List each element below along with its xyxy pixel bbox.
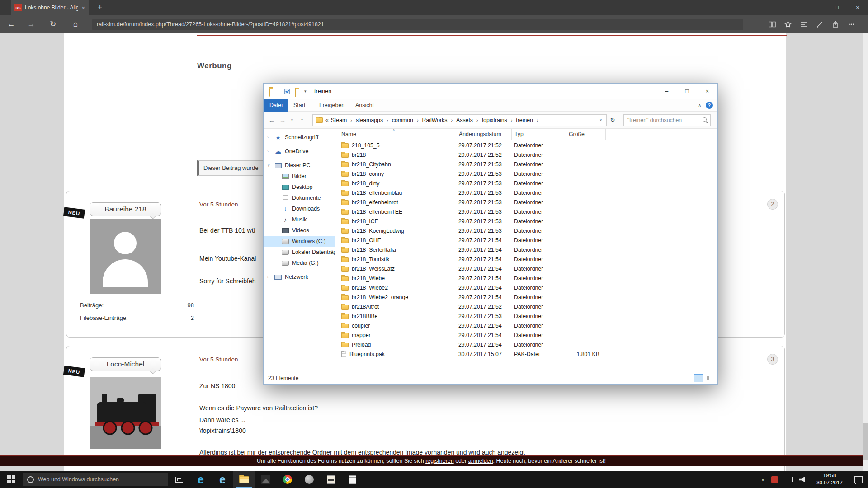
explorer-back-button[interactable]: ← bbox=[266, 112, 277, 129]
file-row[interactable]: 218_105_5 29.07.2017 21:52 Dateiordner bbox=[335, 141, 717, 150]
tab-start[interactable]: Start bbox=[293, 99, 305, 112]
avatar[interactable] bbox=[90, 219, 161, 294]
taskbar-search-input[interactable]: Web und Windows durchsuchen bbox=[23, 473, 168, 486]
address-bar[interactable]: rail-sim.de/forum/index.php/Thread/27265… bbox=[92, 19, 743, 30]
file-row[interactable]: br218_SerferItalia 29.07.2017 21:54 Date… bbox=[335, 245, 717, 254]
back-button[interactable]: ← bbox=[4, 15, 19, 33]
expand-chevron-icon[interactable]: › bbox=[267, 149, 274, 154]
new-tab-button[interactable]: + bbox=[93, 0, 107, 15]
file-row[interactable]: br218Altrot 29.07.2017 21:52 Dateiordner bbox=[335, 302, 717, 311]
file-row[interactable]: br218 29.07.2017 21:52 Dateiordner bbox=[335, 150, 717, 160]
file-row[interactable]: br218_elfenbeinrot 29.07.2017 21:53 Date… bbox=[335, 197, 717, 207]
browser-maximize-button[interactable]: □ bbox=[826, 0, 847, 15]
file-row[interactable]: br218_elfenbeinblau 29.07.2017 21:53 Dat… bbox=[335, 188, 717, 197]
file-row[interactable]: br218_dirty 29.07.2017 21:53 Dateiordner bbox=[335, 178, 717, 188]
file-row[interactable]: br218_elfenbeinTEE 29.07.2017 21:53 Date… bbox=[335, 207, 717, 216]
register-link[interactable]: registrieren bbox=[425, 458, 454, 464]
quick-access-new-folder-icon[interactable] bbox=[295, 89, 296, 97]
file-row[interactable]: mapper 29.07.2017 21:54 Dateiordner bbox=[335, 330, 717, 340]
help-icon[interactable]: ? bbox=[706, 102, 713, 109]
explorer-refresh-icon[interactable]: ↻ bbox=[607, 114, 618, 126]
login-link[interactable]: anmelden bbox=[468, 458, 493, 464]
file-row[interactable]: br218_conny 29.07.2017 21:53 Dateiordner bbox=[335, 169, 717, 178]
browser-tab[interactable]: RS Loks ohne Bilder - Allge × bbox=[11, 0, 89, 15]
nav-pane-item[interactable]: Videos bbox=[264, 225, 335, 236]
file-row[interactable]: br218_Citybahn 29.07.2017 21:53 Dateiord… bbox=[335, 160, 717, 169]
breadcrumb-segment[interactable]: RailWorks bbox=[422, 117, 448, 123]
nav-pane-item[interactable]: › OneDrive bbox=[264, 146, 335, 157]
task-view-button[interactable] bbox=[168, 471, 190, 488]
file-row[interactable]: br218_Wiebe2_orange 29.07.2017 21:54 Dat… bbox=[335, 292, 717, 302]
breadcrumb-separator-icon[interactable]: › bbox=[451, 117, 453, 123]
breadcrumb-overflow-icon[interactable]: « bbox=[326, 117, 329, 123]
tray-app-icon[interactable] bbox=[771, 476, 778, 483]
column-header-name[interactable]: Name bbox=[339, 129, 456, 140]
avatar-locomotive-photo[interactable] bbox=[90, 377, 161, 449]
breadcrumb-separator-icon[interactable]: › bbox=[387, 117, 388, 123]
tab-ansicht[interactable]: Ansicht bbox=[355, 99, 374, 112]
column-header-date[interactable]: Änderungsdatum bbox=[456, 129, 511, 140]
tab-close-icon[interactable]: × bbox=[81, 5, 85, 11]
address-dropdown-icon[interactable]: ∨ bbox=[596, 114, 606, 126]
file-row[interactable]: br218_KoenigLudwig 29.07.2017 21:53 Date… bbox=[335, 226, 717, 235]
file-row[interactable]: br218BlBe 29.07.2017 21:53 Dateiordner bbox=[335, 311, 717, 321]
details-view-button[interactable] bbox=[694, 374, 703, 382]
explorer-forward-button[interactable]: → bbox=[277, 112, 288, 129]
taskbar-app-chrome[interactable] bbox=[277, 471, 298, 488]
refresh-button[interactable]: ↻ bbox=[45, 15, 61, 33]
nav-pane-item[interactable]: › Netzwerk bbox=[264, 272, 335, 282]
expand-chevron-icon[interactable]: › bbox=[267, 135, 274, 140]
favorites-star-icon[interactable] bbox=[784, 20, 792, 28]
post-timestamp-link[interactable]: Vor 5 Stunden bbox=[199, 356, 238, 363]
taskbar-app-steam[interactable] bbox=[298, 471, 320, 488]
file-row[interactable]: br218_ICE 29.07.2017 21:53 Dateiordner bbox=[335, 216, 717, 226]
up-one-level-button[interactable]: ↑ bbox=[296, 112, 308, 129]
quick-access-customize-icon[interactable]: ▾ bbox=[304, 84, 307, 99]
taskbar-app-editor[interactable] bbox=[342, 471, 363, 488]
home-button[interactable]: ⌂ bbox=[68, 15, 83, 33]
expand-chevron-icon[interactable]: ∨ bbox=[267, 163, 274, 168]
file-row[interactable]: Blueprints.pak 30.07.2017 15:07 PAK-Date… bbox=[335, 349, 717, 359]
explorer-minimize-button[interactable]: – bbox=[656, 84, 677, 99]
nav-pane-item[interactable]: Bilder bbox=[264, 171, 335, 182]
column-header-size[interactable]: Größe bbox=[566, 129, 606, 140]
column-header-type[interactable]: Typ bbox=[511, 129, 566, 140]
nav-pane-item[interactable]: ∨ Dieser PC bbox=[264, 160, 335, 171]
network-icon[interactable] bbox=[785, 477, 793, 482]
file-row[interactable]: br218_Touristik 29.07.2017 21:54 Dateior… bbox=[335, 254, 717, 264]
tab-freigeben[interactable]: Freigeben bbox=[319, 99, 344, 112]
explorer-titlebar[interactable]: ▾ treinen – □ × bbox=[264, 84, 717, 99]
share-icon[interactable] bbox=[831, 20, 840, 28]
file-row[interactable]: br218_OHE 29.07.2017 21:54 Dateiordner bbox=[335, 235, 717, 245]
file-row[interactable]: Preload 29.07.2017 21:54 Dateiordner bbox=[335, 340, 717, 349]
action-center-icon[interactable] bbox=[854, 476, 863, 483]
browser-scrollbar[interactable] bbox=[863, 33, 868, 471]
hidden-icons-chevron[interactable]: ∧ bbox=[761, 477, 764, 482]
explorer-maximize-button[interactable]: □ bbox=[677, 84, 697, 99]
post-author[interactable]: Baureihe 218 bbox=[90, 202, 161, 216]
forward-button[interactable]: → bbox=[24, 15, 39, 33]
explorer-search-input[interactable]: "treinen" durchsuchen bbox=[623, 114, 711, 126]
taskbar-app-7zip[interactable] bbox=[320, 471, 342, 488]
ribbon-collapse-icon[interactable]: ∧ bbox=[698, 99, 701, 112]
start-button[interactable] bbox=[0, 471, 23, 488]
nav-pane-item[interactable]: Desktop bbox=[264, 182, 335, 192]
breadcrumb-separator-icon[interactable]: › bbox=[476, 117, 478, 123]
taskbar-app-photos[interactable] bbox=[255, 471, 277, 488]
browser-minimize-button[interactable]: – bbox=[806, 0, 826, 15]
hub-icon[interactable] bbox=[800, 20, 808, 28]
nav-pane-item[interactable]: Dokumente bbox=[264, 192, 335, 203]
breadcrumb-separator-icon[interactable]: › bbox=[417, 117, 419, 123]
breadcrumb-segment[interactable]: Steam bbox=[331, 117, 347, 123]
explorer-close-button[interactable]: × bbox=[697, 84, 717, 99]
nav-pane-item[interactable]: Media (G:) bbox=[264, 258, 335, 268]
post-timestamp-link[interactable]: Vor 5 Stunden bbox=[199, 201, 238, 208]
taskbar-app-edge[interactable]: e bbox=[190, 471, 212, 488]
volume-icon[interactable] bbox=[799, 477, 805, 482]
recent-locations-icon[interactable]: ∨ bbox=[288, 112, 296, 129]
breadcrumb-separator-icon[interactable]: › bbox=[350, 117, 352, 123]
post-number-badge[interactable]: 3 bbox=[767, 354, 778, 365]
reading-view-icon[interactable] bbox=[768, 20, 776, 28]
web-note-pen-icon[interactable] bbox=[816, 20, 824, 28]
post-number-badge[interactable]: 2 bbox=[767, 199, 778, 210]
